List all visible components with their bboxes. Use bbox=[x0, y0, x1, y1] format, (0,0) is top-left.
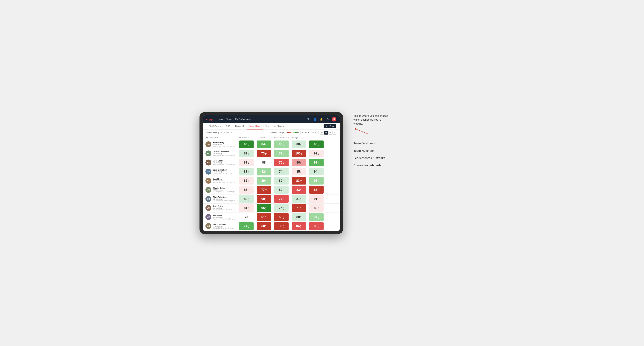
stat-cell[interactable]: 741▲ bbox=[273, 167, 290, 176]
stat-cell[interactable]: 752▲ bbox=[273, 204, 290, 212]
stat-cell[interactable]: 7714▼ bbox=[255, 185, 273, 194]
stat-cell[interactable]: 814▲ bbox=[290, 194, 308, 203]
stat-cell[interactable]: 866▼ bbox=[290, 158, 308, 167]
stat-cell[interactable]: 939▲ bbox=[238, 140, 255, 149]
stat-cell[interactable]: 923▼ bbox=[308, 149, 325, 158]
player-cell[interactable]: EEElliot Ebert1-5 HandicapSunningdale Go… bbox=[203, 158, 238, 167]
table-row[interactable]: CRChris Robertson✓1-5 HandicapCraigmilla… bbox=[203, 194, 340, 204]
stat-cell[interactable]: 799▲ bbox=[273, 149, 290, 158]
stat-cell[interactable]: 813▼ bbox=[238, 204, 255, 212]
table-row[interactable]: DFDavid Ford✓Plus HandicapRoyal North De… bbox=[203, 176, 340, 185]
table-row[interactable]: BMBlair McHargPlus HandicapRoyal North D… bbox=[203, 140, 340, 149]
stat-cell[interactable]: 8310▼ bbox=[290, 176, 308, 185]
sub-nav-hcaps[interactable]: Hcaps 1-5 bbox=[233, 123, 247, 130]
avatar[interactable]: U bbox=[332, 117, 336, 121]
sub-nav-all-players[interactable]: All Players bbox=[272, 123, 286, 130]
stat-cell[interactable]: 854▼ bbox=[308, 222, 325, 231]
stat-cell[interactable]: 868▼ bbox=[308, 185, 325, 194]
stat-cell[interactable]: 858▲ bbox=[273, 140, 290, 149]
settings-icon[interactable]: ⚙ bbox=[326, 117, 330, 121]
stat-value: 60 bbox=[262, 224, 265, 228]
edit-icon[interactable]: ✏ bbox=[231, 131, 232, 134]
sub-nav-tour[interactable]: Tour bbox=[263, 123, 272, 130]
list-view-button[interactable]: ☰ bbox=[328, 131, 332, 135]
stat-cell[interactable]: 10315▲ bbox=[290, 149, 308, 158]
stat-cell[interactable]: 975▲ bbox=[308, 158, 325, 167]
col-approach[interactable]: Approach ▾ bbox=[255, 136, 273, 140]
grid-view-button[interactable]: ⊞ bbox=[320, 131, 324, 135]
stat-box: 823▲ bbox=[239, 195, 254, 203]
col-off-tee[interactable]: Off the Tee ▾ bbox=[238, 136, 255, 140]
table-row[interactable]: MMMatt Miller6-10 HandicapWoburn Golf Cl… bbox=[203, 213, 340, 222]
player-cell[interactable]: DFDavid Ford✓Plus HandicapRoyal North De… bbox=[203, 176, 238, 185]
stat-cell[interactable]: 943▲ bbox=[308, 213, 325, 222]
stat-cell[interactable]: 5810▲ bbox=[273, 222, 290, 231]
stat-cell[interactable]: 836▼ bbox=[290, 185, 308, 194]
stat-cell[interactable]: 8421▼ bbox=[290, 222, 308, 231]
stat-cell[interactable]: 846▲ bbox=[255, 140, 273, 149]
player-cell[interactable]: ECEdward Crossman1-5 HandicapSunningdale… bbox=[203, 149, 238, 158]
player-cell[interactable]: CQCharlie Quick✓6-10 HandicapSt. George'… bbox=[203, 185, 238, 194]
nav-home[interactable]: Home bbox=[218, 118, 224, 121]
profile-icon[interactable]: 👤 bbox=[313, 117, 317, 121]
stat-cell[interactable]: 823▲ bbox=[238, 194, 255, 203]
stat-cell[interactable]: 963▲ bbox=[308, 176, 325, 185]
stat-cell[interactable]: 824▲ bbox=[255, 167, 273, 176]
stat-cell[interactable]: 874▲ bbox=[238, 167, 255, 176]
table-row[interactable]: JCJosh Coles1-5 HandicapRoyal North Devo… bbox=[203, 204, 340, 213]
sub-nav-pga[interactable]: PGA bbox=[224, 123, 233, 130]
more-view-button[interactable]: ↕ bbox=[332, 131, 336, 135]
heatmap-view-button[interactable]: ▦ bbox=[324, 131, 328, 135]
sub-nav-pgat[interactable]: PGAT Players bbox=[206, 123, 224, 130]
stat-cell[interactable]: 613▼ bbox=[255, 213, 273, 222]
player-cell[interactable]: MMMatt Miller6-10 HandicapWoburn Golf Cl… bbox=[203, 213, 238, 222]
stat-cell[interactable]: 853▼ bbox=[238, 176, 255, 185]
table-row[interactable]: CQCharlie Quick✓6-10 HandicapSt. George'… bbox=[203, 185, 340, 194]
stat-value: 84 bbox=[296, 224, 300, 228]
stat-box: 8310▼ bbox=[292, 177, 306, 184]
col-around-green[interactable]: Around the Green ▾ bbox=[273, 136, 290, 140]
stat-cell[interactable]: 892▼ bbox=[308, 204, 325, 212]
stat-cell[interactable]: 584▲ bbox=[273, 213, 290, 222]
nav-my-performance[interactable]: My Performance bbox=[235, 118, 251, 121]
stat-cell[interactable]: 7111▼ bbox=[290, 204, 308, 212]
stat-cell[interactable]: 803▲ bbox=[273, 176, 290, 185]
player-cell[interactable]: ANAaron Nicholls11-15 HandicapDrift Golf… bbox=[203, 222, 238, 231]
search-icon[interactable]: 🔍 bbox=[306, 117, 311, 121]
bell-icon[interactable]: 🔔 bbox=[319, 117, 324, 121]
stat-cell[interactable]: 88 bbox=[255, 158, 273, 167]
sub-nav-team-clippd[interactable]: Team Clippd bbox=[247, 123, 263, 130]
stat-cell[interactable]: 873▼ bbox=[238, 158, 255, 167]
stat-cell[interactable]: 773▼ bbox=[273, 194, 290, 203]
last-rounds-button[interactable]: ⊞ Last Rounds: 20 bbox=[300, 131, 318, 134]
stat-cell[interactable]: 853▼ bbox=[290, 167, 308, 176]
player-cell[interactable]: JCJosh Coles1-5 HandicapRoyal North Devo… bbox=[203, 204, 238, 212]
stat-cell[interactable]: 958▲ bbox=[255, 204, 273, 212]
stat-cell[interactable]: 913▼ bbox=[308, 194, 325, 203]
stat-cell[interactable]: 7311▼ bbox=[255, 149, 273, 158]
stat-cell[interactable]: 75 bbox=[238, 213, 255, 222]
table-row[interactable]: DBDave Billingham1-5 HandicapGog Magog G… bbox=[203, 167, 340, 176]
stat-cell[interactable]: 959▲ bbox=[308, 140, 325, 149]
nav-teams[interactable]: Teams bbox=[226, 118, 232, 121]
table-row[interactable]: EEElliot Ebert1-5 HandicapSunningdale Go… bbox=[203, 158, 340, 167]
stat-cell[interactable]: 881▼ bbox=[290, 140, 308, 149]
stat-cell[interactable]: 753▼ bbox=[273, 158, 290, 167]
player-cell[interactable]: CRChris Robertson✓1-5 HandicapCraigmilla… bbox=[203, 194, 238, 203]
stat-cell[interactable]: 833▼ bbox=[238, 185, 255, 194]
stat-cell[interactable]: 941▲ bbox=[308, 167, 325, 176]
stat-cell[interactable]: 601▼ bbox=[255, 222, 273, 231]
stat-cell[interactable]: 801▲ bbox=[273, 185, 290, 194]
stat-cell[interactable]: 882▼ bbox=[290, 213, 308, 222]
col-putting[interactable]: Putting ▾ bbox=[290, 136, 308, 140]
add-team-button[interactable]: Add Team bbox=[324, 124, 336, 128]
table-row[interactable]: ECEdward Crossman1-5 HandicapSunningdale… bbox=[203, 149, 340, 158]
stat-cell[interactable]: 748▲ bbox=[238, 222, 255, 231]
col-player[interactable]: Player Quality ▾ bbox=[203, 136, 238, 140]
player-cell[interactable]: BMBlair McHargPlus HandicapRoyal North D… bbox=[203, 140, 238, 149]
player-cell[interactable]: DBDave Billingham1-5 HandicapGog Magog G… bbox=[203, 167, 238, 176]
stat-cell[interactable]: 897▲ bbox=[255, 176, 273, 185]
stat-cell[interactable]: 871▲ bbox=[238, 149, 255, 158]
table-row[interactable]: ANAaron Nicholls11-15 HandicapDrift Golf… bbox=[203, 222, 340, 231]
stat-cell[interactable]: 602▲ bbox=[255, 194, 273, 203]
